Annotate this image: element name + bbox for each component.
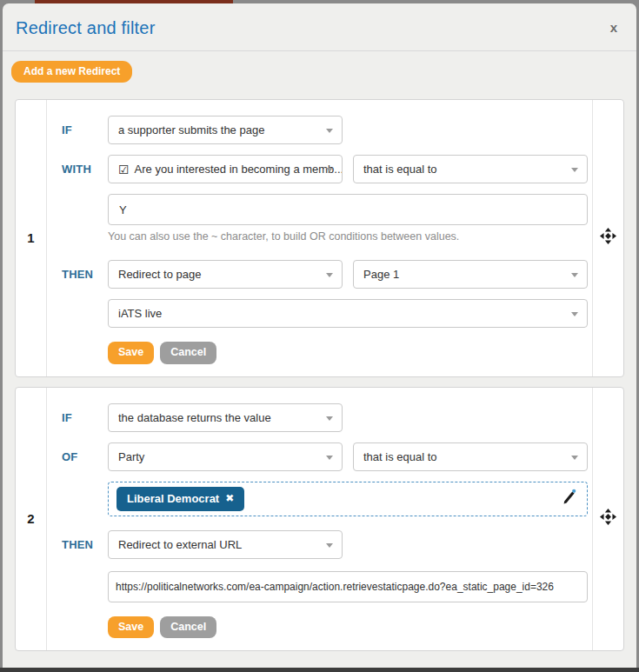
chevron-down-icon [326, 168, 333, 172]
payment-gateway-select[interactable]: iATS live [108, 299, 588, 328]
operator-value: that is equal to [363, 163, 437, 176]
value-row [47, 194, 592, 225]
if-row: IF the database returns the value [47, 403, 592, 432]
value-tag: Liberal Democrat ✖ [116, 487, 244, 511]
move-icon [600, 228, 616, 248]
then-action-select[interactable]: Redirect to page [108, 260, 343, 289]
then-target-value: Page 1 [363, 268, 399, 281]
background-bottom-strip [0, 668, 639, 672]
if-condition-value: the database returns the value [118, 411, 271, 424]
rule-form: IF a supporter submits the page WITH ☑ A… [47, 100, 592, 376]
if-condition-select[interactable]: the database returns the value [108, 403, 343, 432]
rule-form: IF the database returns the value OF Par… [47, 388, 592, 651]
then-action-value: Redirect to page [118, 268, 201, 281]
rule-number: 1 [16, 100, 47, 376]
rule-card-2: 2 IF the database returns the value OF [15, 387, 624, 652]
rule-number: 2 [16, 388, 47, 651]
tag-values-row: Liberal Democrat ✖ [47, 482, 592, 516]
chevron-down-icon [571, 168, 578, 172]
with-field-value: Are you interested in becoming a memb... [135, 163, 343, 176]
redirect-url-input[interactable] [108, 571, 588, 602]
rule-save-button[interactable]: Save [108, 616, 154, 639]
rules-list: 1 IF a supporter submits the page WITH [3, 99, 636, 661]
with-field-select[interactable]: ☑ Are you interested in becoming a memb.… [108, 155, 343, 183]
rule-save-button[interactable]: Save [108, 342, 154, 364]
chevron-down-icon [571, 273, 578, 277]
chevron-down-icon [326, 129, 333, 133]
remove-tag-icon[interactable]: ✖ [225, 492, 234, 504]
operator-select[interactable]: that is equal to [353, 155, 588, 183]
of-field-value: Party [118, 450, 144, 463]
secondary-row: iATS live [47, 299, 592, 328]
close-icon[interactable]: x [610, 21, 617, 34]
rule-cancel-button[interactable]: Cancel [160, 342, 216, 364]
helper-row: You can also use the ~ character, to bui… [47, 225, 592, 244]
then-action-value: Redirect to external URL [118, 538, 242, 551]
tag-values-box[interactable]: Liberal Democrat ✖ [108, 482, 588, 516]
modal-title: Redirect and filter [16, 18, 156, 37]
rule-drag-handle[interactable] [592, 388, 623, 651]
helper-text: You can also use the ~ character, to bui… [108, 230, 459, 243]
modal-footer: Cancel Save [3, 661, 636, 668]
value-tag-label: Liberal Democrat [127, 492, 219, 505]
if-row: IF a supporter submits the page [47, 116, 592, 144]
with-label: WITH [47, 163, 108, 176]
then-label: THEN [47, 268, 108, 281]
actions-row: Save Cancel [47, 342, 592, 364]
chevron-down-icon [326, 543, 333, 548]
value-input[interactable] [108, 194, 588, 225]
rule-drag-handle[interactable] [592, 100, 623, 376]
then-target-page-select[interactable]: Page 1 [353, 260, 588, 289]
if-condition-select[interactable]: a supporter submits the page [108, 116, 343, 144]
chevron-down-icon [326, 456, 333, 460]
if-label: IF [47, 123, 108, 136]
if-condition-value: a supporter submits the page [118, 123, 264, 136]
payment-gateway-value: iATS live [118, 307, 162, 320]
of-field-select[interactable]: Party [108, 442, 343, 471]
add-redirect-row: Add a new Redirect [3, 51, 636, 83]
if-label: IF [47, 411, 108, 424]
operator-select[interactable]: that is equal to [353, 442, 588, 471]
add-redirect-button[interactable]: Add a new Redirect [11, 61, 132, 83]
chevron-down-icon [326, 416, 333, 421]
then-row: THEN Redirect to page Page 1 [47, 260, 592, 289]
with-row: WITH ☑ Are you interested in becoming a … [47, 155, 592, 183]
then-row: THEN Redirect to external URL [47, 530, 592, 559]
chevron-down-icon [571, 456, 578, 460]
rule-cancel-button[interactable]: Cancel [160, 616, 216, 639]
actions-row: Save Cancel [47, 616, 592, 639]
edit-values-button[interactable] [562, 489, 576, 509]
pencil-icon [562, 489, 576, 509]
redirect-and-filter-modal: Redirect and filter x Add a new Redirect… [3, 3, 636, 668]
then-action-select[interactable]: Redirect to external URL [108, 530, 343, 559]
then-label: THEN [47, 538, 108, 551]
chevron-down-icon [571, 312, 578, 316]
rule-card-1: 1 IF a supporter submits the page WITH [15, 99, 624, 377]
move-icon [600, 509, 616, 529]
modal-header: Redirect and filter x [3, 3, 636, 51]
of-row: OF Party that is equal to [47, 442, 592, 471]
checked-checkbox-icon: ☑ [118, 163, 130, 176]
chevron-down-icon [326, 273, 333, 277]
operator-value: that is equal to [363, 450, 437, 463]
of-label: OF [47, 450, 108, 463]
url-row [47, 571, 592, 602]
